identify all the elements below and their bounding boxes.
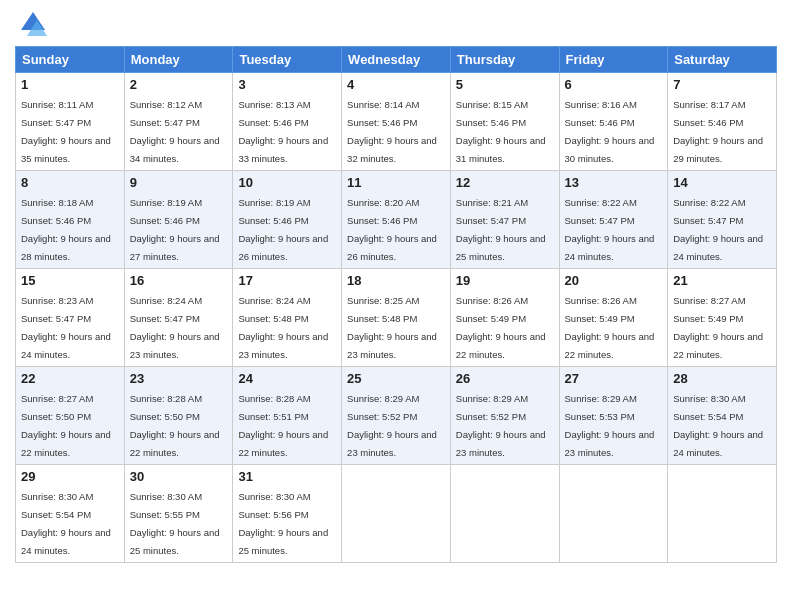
calendar-cell: 15 Sunrise: 8:23 AMSunset: 5:47 PMDaylig… <box>16 269 125 367</box>
header-day-saturday: Saturday <box>668 47 777 73</box>
logo <box>15 10 47 38</box>
day-number: 9 <box>130 175 228 190</box>
header-day-thursday: Thursday <box>450 47 559 73</box>
day-info: Sunrise: 8:24 AMSunset: 5:47 PMDaylight:… <box>130 295 220 360</box>
calendar-cell: 6 Sunrise: 8:16 AMSunset: 5:46 PMDayligh… <box>559 73 668 171</box>
day-info: Sunrise: 8:18 AMSunset: 5:46 PMDaylight:… <box>21 197 111 262</box>
day-number: 8 <box>21 175 119 190</box>
calendar-cell: 13 Sunrise: 8:22 AMSunset: 5:47 PMDaylig… <box>559 171 668 269</box>
day-info: Sunrise: 8:29 AMSunset: 5:52 PMDaylight:… <box>347 393 437 458</box>
day-number: 15 <box>21 273 119 288</box>
calendar-cell <box>450 465 559 563</box>
calendar-cell: 8 Sunrise: 8:18 AMSunset: 5:46 PMDayligh… <box>16 171 125 269</box>
calendar-cell: 4 Sunrise: 8:14 AMSunset: 5:46 PMDayligh… <box>342 73 451 171</box>
week-row-1: 1 Sunrise: 8:11 AMSunset: 5:47 PMDayligh… <box>16 73 777 171</box>
header-day-wednesday: Wednesday <box>342 47 451 73</box>
day-number: 31 <box>238 469 336 484</box>
header-day-sunday: Sunday <box>16 47 125 73</box>
day-number: 5 <box>456 77 554 92</box>
day-number: 4 <box>347 77 445 92</box>
day-info: Sunrise: 8:26 AMSunset: 5:49 PMDaylight:… <box>456 295 546 360</box>
day-info: Sunrise: 8:30 AMSunset: 5:56 PMDaylight:… <box>238 491 328 556</box>
header-day-monday: Monday <box>124 47 233 73</box>
day-number: 26 <box>456 371 554 386</box>
calendar-cell: 14 Sunrise: 8:22 AMSunset: 5:47 PMDaylig… <box>668 171 777 269</box>
day-info: Sunrise: 8:20 AMSunset: 5:46 PMDaylight:… <box>347 197 437 262</box>
day-number: 11 <box>347 175 445 190</box>
week-row-5: 29 Sunrise: 8:30 AMSunset: 5:54 PMDaylig… <box>16 465 777 563</box>
day-info: Sunrise: 8:17 AMSunset: 5:46 PMDaylight:… <box>673 99 763 164</box>
day-number: 2 <box>130 77 228 92</box>
day-number: 20 <box>565 273 663 288</box>
day-info: Sunrise: 8:30 AMSunset: 5:54 PMDaylight:… <box>673 393 763 458</box>
header-row: SundayMondayTuesdayWednesdayThursdayFrid… <box>16 47 777 73</box>
week-row-4: 22 Sunrise: 8:27 AMSunset: 5:50 PMDaylig… <box>16 367 777 465</box>
calendar-cell: 1 Sunrise: 8:11 AMSunset: 5:47 PMDayligh… <box>16 73 125 171</box>
day-number: 30 <box>130 469 228 484</box>
day-number: 14 <box>673 175 771 190</box>
day-info: Sunrise: 8:27 AMSunset: 5:49 PMDaylight:… <box>673 295 763 360</box>
day-info: Sunrise: 8:13 AMSunset: 5:46 PMDaylight:… <box>238 99 328 164</box>
day-number: 23 <box>130 371 228 386</box>
day-info: Sunrise: 8:30 AMSunset: 5:55 PMDaylight:… <box>130 491 220 556</box>
day-info: Sunrise: 8:22 AMSunset: 5:47 PMDaylight:… <box>565 197 655 262</box>
header-day-friday: Friday <box>559 47 668 73</box>
calendar-cell: 19 Sunrise: 8:26 AMSunset: 5:49 PMDaylig… <box>450 269 559 367</box>
day-info: Sunrise: 8:29 AMSunset: 5:52 PMDaylight:… <box>456 393 546 458</box>
day-number: 28 <box>673 371 771 386</box>
calendar-cell: 24 Sunrise: 8:28 AMSunset: 5:51 PMDaylig… <box>233 367 342 465</box>
day-number: 12 <box>456 175 554 190</box>
calendar-cell: 9 Sunrise: 8:19 AMSunset: 5:46 PMDayligh… <box>124 171 233 269</box>
day-info: Sunrise: 8:30 AMSunset: 5:54 PMDaylight:… <box>21 491 111 556</box>
day-number: 1 <box>21 77 119 92</box>
page-container: SundayMondayTuesdayWednesdayThursdayFrid… <box>0 0 792 612</box>
day-info: Sunrise: 8:15 AMSunset: 5:46 PMDaylight:… <box>456 99 546 164</box>
calendar-cell: 2 Sunrise: 8:12 AMSunset: 5:47 PMDayligh… <box>124 73 233 171</box>
day-info: Sunrise: 8:16 AMSunset: 5:46 PMDaylight:… <box>565 99 655 164</box>
calendar-cell: 12 Sunrise: 8:21 AMSunset: 5:47 PMDaylig… <box>450 171 559 269</box>
day-number: 18 <box>347 273 445 288</box>
day-number: 7 <box>673 77 771 92</box>
day-number: 10 <box>238 175 336 190</box>
day-info: Sunrise: 8:14 AMSunset: 5:46 PMDaylight:… <box>347 99 437 164</box>
calendar-cell: 23 Sunrise: 8:28 AMSunset: 5:50 PMDaylig… <box>124 367 233 465</box>
day-number: 19 <box>456 273 554 288</box>
week-row-2: 8 Sunrise: 8:18 AMSunset: 5:46 PMDayligh… <box>16 171 777 269</box>
day-info: Sunrise: 8:22 AMSunset: 5:47 PMDaylight:… <box>673 197 763 262</box>
day-number: 13 <box>565 175 663 190</box>
calendar-cell: 18 Sunrise: 8:25 AMSunset: 5:48 PMDaylig… <box>342 269 451 367</box>
calendar-cell: 29 Sunrise: 8:30 AMSunset: 5:54 PMDaylig… <box>16 465 125 563</box>
calendar-cell <box>668 465 777 563</box>
day-number: 27 <box>565 371 663 386</box>
logo-icon <box>19 10 47 38</box>
calendar-cell: 3 Sunrise: 8:13 AMSunset: 5:46 PMDayligh… <box>233 73 342 171</box>
day-info: Sunrise: 8:19 AMSunset: 5:46 PMDaylight:… <box>238 197 328 262</box>
calendar-table: SundayMondayTuesdayWednesdayThursdayFrid… <box>15 46 777 563</box>
calendar-cell: 11 Sunrise: 8:20 AMSunset: 5:46 PMDaylig… <box>342 171 451 269</box>
day-info: Sunrise: 8:12 AMSunset: 5:47 PMDaylight:… <box>130 99 220 164</box>
calendar-cell: 7 Sunrise: 8:17 AMSunset: 5:46 PMDayligh… <box>668 73 777 171</box>
calendar-cell: 16 Sunrise: 8:24 AMSunset: 5:47 PMDaylig… <box>124 269 233 367</box>
calendar-cell <box>342 465 451 563</box>
day-info: Sunrise: 8:23 AMSunset: 5:47 PMDaylight:… <box>21 295 111 360</box>
calendar-cell: 17 Sunrise: 8:24 AMSunset: 5:48 PMDaylig… <box>233 269 342 367</box>
day-info: Sunrise: 8:25 AMSunset: 5:48 PMDaylight:… <box>347 295 437 360</box>
calendar-cell <box>559 465 668 563</box>
day-number: 16 <box>130 273 228 288</box>
day-number: 25 <box>347 371 445 386</box>
calendar-cell: 22 Sunrise: 8:27 AMSunset: 5:50 PMDaylig… <box>16 367 125 465</box>
day-info: Sunrise: 8:24 AMSunset: 5:48 PMDaylight:… <box>238 295 328 360</box>
calendar-cell: 21 Sunrise: 8:27 AMSunset: 5:49 PMDaylig… <box>668 269 777 367</box>
day-info: Sunrise: 8:27 AMSunset: 5:50 PMDaylight:… <box>21 393 111 458</box>
day-number: 24 <box>238 371 336 386</box>
day-number: 17 <box>238 273 336 288</box>
day-info: Sunrise: 8:28 AMSunset: 5:50 PMDaylight:… <box>130 393 220 458</box>
header <box>15 10 777 38</box>
day-info: Sunrise: 8:28 AMSunset: 5:51 PMDaylight:… <box>238 393 328 458</box>
header-day-tuesday: Tuesday <box>233 47 342 73</box>
day-info: Sunrise: 8:11 AMSunset: 5:47 PMDaylight:… <box>21 99 111 164</box>
calendar-cell: 26 Sunrise: 8:29 AMSunset: 5:52 PMDaylig… <box>450 367 559 465</box>
calendar-cell: 10 Sunrise: 8:19 AMSunset: 5:46 PMDaylig… <box>233 171 342 269</box>
calendar-cell: 30 Sunrise: 8:30 AMSunset: 5:55 PMDaylig… <box>124 465 233 563</box>
day-info: Sunrise: 8:21 AMSunset: 5:47 PMDaylight:… <box>456 197 546 262</box>
